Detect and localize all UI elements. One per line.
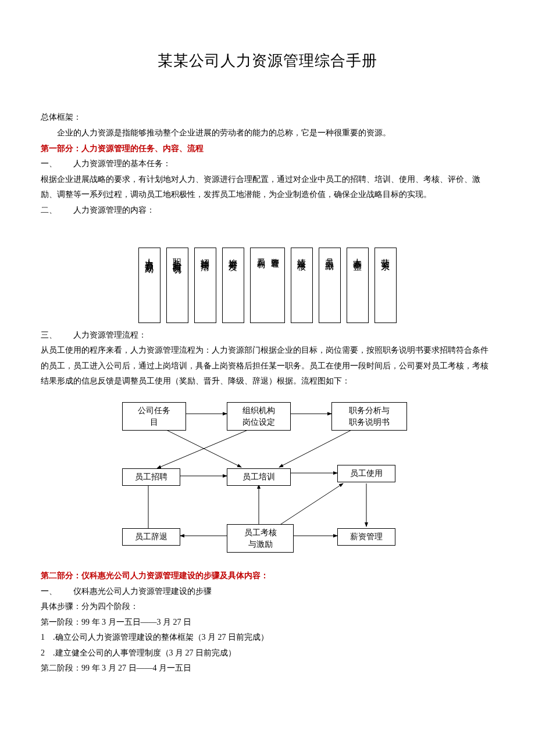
p2-steps-label: 具体步骤：分为四个阶段： — [41, 599, 494, 615]
content-box-text: 员工福利 — [254, 252, 267, 254]
content-boxes-row: 人力资源规划 职务分析与说明 招聘与录用 培训与开发 员工福利 薪资管理 绩效考… — [41, 248, 494, 323]
svg-line-2 — [157, 425, 241, 467]
content-box-double: 员工福利 薪资管理 — [250, 248, 286, 323]
p2-item1: 1 .确立公司人力资源管理建设的整体框架（3 月 27 日前完成） — [41, 630, 494, 646]
svg-line-3 — [157, 425, 259, 468]
flow-node: 职务分析与职务说明书 — [331, 402, 407, 431]
content-box-text: 培训与开发 — [226, 252, 240, 257]
sec1-body: 根据企业进展战略的要求，有计划地对人力、资源进行合理配置，通过对企业中员工的招聘… — [41, 172, 494, 203]
content-box: 员工激励 — [319, 248, 341, 323]
flowchart: 公司任务目 组织机构岗位设定 职务分析与职务说明书 员工招聘 员工培训 员工使用… — [105, 397, 430, 566]
content-box: 人力资源规划 — [138, 248, 160, 323]
sec3-label: 三、 人力资源管理流程： — [41, 328, 494, 343]
svg-line-4 — [279, 425, 361, 467]
content-box: 职务分析与说明 — [166, 248, 188, 323]
flow-node: 薪资管理 — [337, 528, 395, 546]
content-box: 培训与开发 — [222, 248, 244, 323]
flow-node: 员工考核与激励 — [227, 524, 294, 553]
content-box-text: 招聘与录用 — [198, 252, 212, 257]
content-box-text: 职务分析与说明 — [170, 252, 184, 260]
content-box-text: 薪资管理 — [268, 252, 281, 254]
content-box-text: 员工激励 — [323, 252, 337, 256]
content-box-text: 绩效考核 — [295, 252, 309, 256]
p2-stage2: 第二阶段：99 年 3 月 27 日——4 月一五日 — [41, 661, 494, 676]
flow-node: 员工使用 — [337, 465, 395, 482]
content-box: 劳动关系 — [374, 248, 397, 323]
part2-heading: 第二部分：仪科惠光公司人力资源管理建设的步骤及具体内容： — [41, 568, 494, 584]
sec2-label: 二、 人力资源管理的内容： — [41, 203, 494, 218]
p2-sec1-label: 一、 仪科惠光公司人力资源管理建设的步骤 — [41, 584, 494, 600]
part1-heading: 第一部分：人力资源管理的任务、内容、流程 — [41, 141, 494, 157]
page-title: 某某公司人力资源管理综合手册 — [41, 46, 494, 75]
svg-line-11 — [279, 483, 343, 525]
sec3-body: 从员工使用的程序来看，人力资源管理流程为：人力资源部门根据企业的目标，岗位需要，… — [41, 343, 494, 389]
content-box-text: 劳动关系 — [379, 252, 393, 256]
flow-node: 员工辞退 — [122, 528, 180, 546]
content-box: 绩效考核 — [291, 248, 313, 323]
flow-node: 员工招聘 — [122, 468, 180, 486]
intro-body: 企业的人力资源是指能够推动整个企业进展的劳动者的能力的总称，它是一种很重要的资源… — [41, 126, 494, 141]
flow-node: 组织机构岗位设定 — [227, 402, 291, 431]
content-box: 招聘与录用 — [194, 248, 216, 323]
sec1-label: 一、 人力资源管理的基本任务： — [41, 156, 494, 172]
flow-node: 公司任务目 — [122, 402, 186, 431]
p2-item2: 2 .建立健全公司的人事管理制度（3 月 27 日前完成） — [41, 646, 494, 661]
intro-label: 总体框架： — [41, 110, 494, 126]
p2-stage1: 第一阶段：99 年 3 月一五日——3 月 27 日 — [41, 615, 494, 630]
content-box-text: 人力资源规划 — [142, 252, 156, 259]
content-box: 人事调整 — [347, 248, 369, 323]
flow-node: 员工培训 — [227, 468, 291, 486]
content-box-text: 人事调整 — [351, 252, 365, 256]
